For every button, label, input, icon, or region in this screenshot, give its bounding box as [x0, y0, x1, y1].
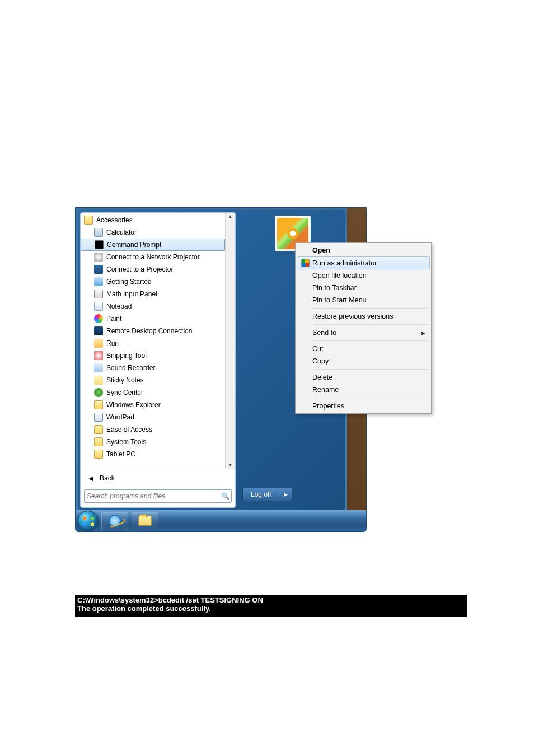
- context-menu: OpenRun as administratorOpen file locati…: [295, 242, 432, 414]
- program-label: Tablet PC: [106, 450, 135, 458]
- context-menu-item[interactable]: Open: [297, 244, 430, 256]
- taskbar-ie-button[interactable]: [101, 512, 128, 529]
- program-item[interactable]: Paint: [81, 312, 225, 325]
- program-label: Calculator: [106, 228, 137, 236]
- taskbar-explorer-button[interactable]: [132, 512, 158, 529]
- note-icon: [94, 302, 103, 311]
- ie-icon: [109, 515, 121, 527]
- folder-label: Accessories: [96, 216, 133, 224]
- search-input[interactable]: [87, 492, 221, 500]
- program-label: Sync Center: [106, 389, 143, 396]
- program-item[interactable]: Getting Started: [81, 276, 225, 288]
- snip-icon: [94, 351, 103, 360]
- program-label: Connect to a Network Projector: [106, 253, 200, 261]
- context-menu-separator: [313, 340, 429, 341]
- folder-icon: [94, 450, 103, 459]
- folder-icon: [94, 425, 103, 434]
- context-menu-item[interactable]: Properties: [297, 400, 430, 412]
- context-menu-item[interactable]: Restore previous versions: [297, 310, 430, 323]
- program-item[interactable]: Command Prompt: [81, 239, 225, 251]
- context-menu-label: Cut: [312, 345, 425, 353]
- search-input-wrapper[interactable]: 🔍: [84, 489, 232, 503]
- folder-accessories[interactable]: Accessories: [81, 214, 225, 226]
- context-menu-item[interactable]: Cut: [297, 343, 430, 355]
- logoff-split-button[interactable]: Log off ▶: [242, 488, 292, 501]
- context-menu-item[interactable]: Pin to Taskbar: [297, 282, 430, 294]
- logoff-button[interactable]: Log off: [243, 488, 279, 501]
- context-menu-item[interactable]: Rename: [297, 384, 430, 396]
- program-item[interactable]: Run: [81, 337, 225, 349]
- scrollbar[interactable]: ▲ ▼: [225, 213, 235, 469]
- context-menu-item[interactable]: Send to▶: [297, 326, 430, 339]
- program-label: Windows Explorer: [106, 401, 161, 409]
- back-button[interactable]: ◀ Back: [81, 469, 235, 487]
- context-menu-label: Open: [312, 246, 425, 254]
- sticky-icon: [94, 376, 103, 385]
- context-menu-separator: [313, 324, 429, 325]
- program-item[interactable]: Connect to a Projector: [81, 263, 225, 276]
- context-menu-separator: [313, 308, 429, 309]
- program-item[interactable]: Sound Recorder: [81, 362, 225, 374]
- logoff-options-arrow[interactable]: ▶: [279, 488, 292, 501]
- program-label: Snipping Tool: [106, 352, 147, 360]
- folder-icon: [84, 216, 93, 225]
- all-programs-pane: Accessories CalculatorCommand PromptConn…: [80, 212, 236, 508]
- cmd-icon: [95, 240, 104, 249]
- context-menu-separator: [313, 398, 429, 398]
- console-line-2: The operation completed successfully.: [77, 604, 211, 613]
- program-label: Getting Started: [106, 278, 152, 286]
- start-menu-screenshot: Accessories CalculatorCommand PromptConn…: [75, 207, 367, 532]
- scroll-down-icon[interactable]: ▼: [228, 463, 233, 468]
- context-menu-label: Restore previous versions: [312, 312, 425, 320]
- gs-icon: [94, 277, 103, 286]
- context-menu-item[interactable]: Pin to Start Menu: [297, 294, 430, 306]
- program-label: Paint: [106, 315, 121, 323]
- context-menu-label: Properties: [312, 402, 425, 410]
- context-menu-item[interactable]: Open file location: [297, 269, 430, 282]
- program-label: WordPad: [106, 413, 134, 421]
- search-icon: 🔍: [221, 492, 229, 500]
- sync-icon: [94, 388, 103, 397]
- console-line-1: C:\Windows\system32>bcdedit /set TESTSIG…: [77, 596, 263, 604]
- context-menu-label: Open file location: [312, 272, 425, 279]
- back-arrow-icon: ◀: [86, 474, 95, 483]
- context-menu-item[interactable]: Run as administrator: [297, 256, 430, 269]
- rec-icon: [94, 363, 103, 372]
- wordpad-icon: [94, 413, 103, 422]
- program-item[interactable]: Notepad: [81, 300, 225, 312]
- math-icon: [94, 290, 103, 298]
- program-item[interactable]: Connect to a Network Projector: [81, 251, 225, 263]
- program-label: Connect to a Projector: [106, 265, 173, 273]
- context-menu-item[interactable]: Delete: [297, 371, 430, 384]
- context-menu-label: Send to: [312, 329, 421, 337]
- program-label: Ease of Access: [106, 426, 152, 433]
- program-item[interactable]: Math Input Panel: [81, 288, 225, 300]
- program-item[interactable]: Ease of Access: [81, 423, 225, 436]
- program-label: Math Input Panel: [106, 290, 157, 298]
- scroll-up-icon[interactable]: ▲: [228, 214, 233, 219]
- program-item[interactable]: Tablet PC: [81, 448, 225, 460]
- program-item[interactable]: Sync Center: [81, 386, 225, 399]
- program-list[interactable]: Accessories CalculatorCommand PromptConn…: [81, 213, 235, 469]
- program-label: System Tools: [106, 438, 146, 446]
- program-item[interactable]: Remote Desktop Connection: [81, 325, 225, 337]
- program-item[interactable]: Sticky Notes: [81, 374, 225, 386]
- start-orb[interactable]: [78, 511, 98, 531]
- winexp-icon: [94, 400, 103, 409]
- command-prompt-output: C:\Windows\system32>bcdedit /set TESTSIG…: [75, 595, 467, 617]
- program-item[interactable]: WordPad: [81, 411, 225, 423]
- program-label: Notepad: [106, 302, 132, 310]
- context-menu-label: Delete: [312, 374, 425, 381]
- program-label: Sticky Notes: [106, 376, 144, 384]
- context-menu-label: Run as administrator: [312, 259, 425, 267]
- program-item[interactable]: Snipping Tool: [81, 349, 225, 362]
- program-item[interactable]: Calculator: [81, 226, 225, 239]
- context-menu-label: Pin to Start Menu: [312, 296, 425, 304]
- shield-icon: [301, 259, 310, 267]
- proj2-icon: [94, 265, 103, 274]
- program-item[interactable]: System Tools: [81, 436, 225, 448]
- program-item[interactable]: Windows Explorer: [81, 399, 225, 411]
- run-icon: [94, 339, 103, 348]
- program-label: Remote Desktop Connection: [106, 327, 192, 335]
- context-menu-item[interactable]: Copy: [297, 355, 430, 367]
